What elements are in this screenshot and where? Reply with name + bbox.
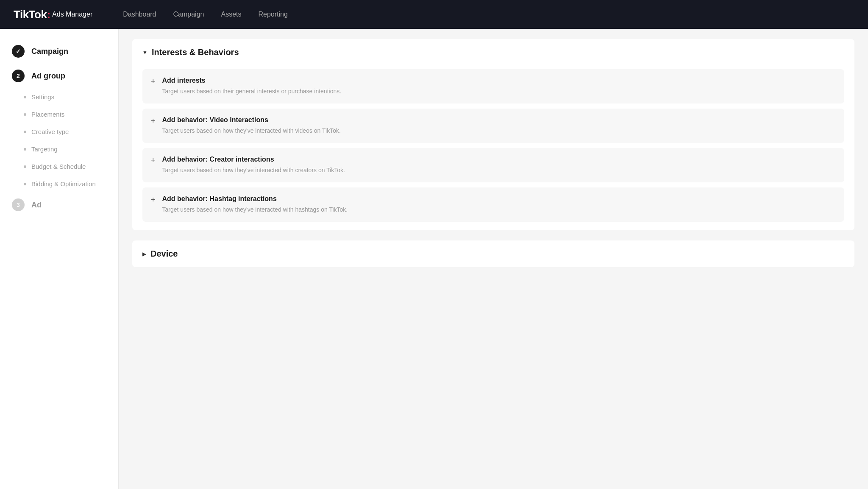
add-interests-title: Add interests bbox=[162, 77, 836, 84]
budget-schedule-label: Budget & Schedule bbox=[31, 163, 86, 170]
logo-tiktok-text: TikTok bbox=[14, 8, 47, 21]
add-behavior-video-plus-icon: + bbox=[151, 117, 156, 125]
interests-behaviors-section: ▼ Interests & Behaviors + Add interests … bbox=[132, 39, 854, 230]
budget-schedule-bullet bbox=[24, 165, 26, 168]
add-behavior-hashtag-plus-icon: + bbox=[151, 196, 156, 204]
campaign-step-number: ✓ bbox=[16, 48, 21, 55]
interests-behaviors-title: Interests & Behaviors bbox=[152, 48, 239, 57]
adgroup-step-number: 2 bbox=[17, 73, 20, 79]
add-behavior-hashtag-card[interactable]: + Add behavior: Hashtag interactions Tar… bbox=[142, 187, 844, 222]
add-interests-desc: Target users based on their general inte… bbox=[162, 87, 836, 96]
campaign-step-label: Campaign bbox=[31, 47, 68, 56]
add-behavior-creator-text: Add behavior: Creator interactions Targe… bbox=[162, 156, 836, 175]
top-navigation: TikTok : Ads Manager Dashboard Campaign … bbox=[0, 0, 868, 29]
logo: TikTok : Ads Manager bbox=[14, 8, 92, 21]
add-behavior-video-desc: Target users based on how they've intera… bbox=[162, 126, 836, 135]
add-behavior-video-card[interactable]: + Add behavior: Video interactions Targe… bbox=[142, 109, 844, 143]
device-section: ▶ Device bbox=[132, 240, 854, 267]
creative-type-bullet bbox=[24, 131, 26, 133]
ad-step-number: 3 bbox=[17, 201, 20, 208]
nav-links: Dashboard Campaign Assets Reporting bbox=[123, 9, 288, 20]
logo-ads-text: Ads Manager bbox=[52, 11, 92, 18]
nav-assets[interactable]: Assets bbox=[221, 9, 241, 20]
add-behavior-video-text: Add behavior: Video interactions Target … bbox=[162, 116, 836, 135]
targeting-bullet bbox=[24, 148, 26, 151]
add-behavior-hashtag-title: Add behavior: Hashtag interactions bbox=[162, 195, 836, 203]
logo-dot: : bbox=[47, 8, 50, 21]
ad-step-label: Ad bbox=[31, 201, 42, 210]
creative-type-label: Creative type bbox=[31, 128, 69, 135]
bidding-optimization-label: Bidding & Optimization bbox=[31, 180, 96, 187]
ad-step-badge: 3 bbox=[12, 198, 25, 211]
device-section-title: Device bbox=[150, 249, 178, 259]
nav-reporting[interactable]: Reporting bbox=[258, 9, 287, 20]
sidebar-sub-budget-schedule[interactable]: Budget & Schedule bbox=[0, 158, 118, 175]
settings-bullet bbox=[24, 96, 26, 98]
nav-dashboard[interactable]: Dashboard bbox=[123, 9, 156, 20]
adgroup-step-badge: 2 bbox=[12, 70, 25, 82]
sidebar-sub-creative-type[interactable]: Creative type bbox=[0, 123, 118, 140]
main-content: ▼ Interests & Behaviors + Add interests … bbox=[119, 29, 868, 489]
device-chevron-right-icon: ▶ bbox=[142, 251, 146, 257]
add-behavior-creator-desc: Target users based on how they've intera… bbox=[162, 166, 836, 175]
campaign-step-badge: ✓ bbox=[12, 45, 25, 58]
add-behavior-video-title: Add behavior: Video interactions bbox=[162, 116, 836, 124]
sidebar-sub-targeting[interactable]: Targeting bbox=[0, 140, 118, 158]
add-behavior-creator-title: Add behavior: Creator interactions bbox=[162, 156, 836, 163]
interests-chevron-down-icon: ▼ bbox=[142, 50, 147, 56]
add-interests-plus-icon: + bbox=[151, 78, 156, 85]
sidebar-sub-placements[interactable]: Placements bbox=[0, 106, 118, 123]
adgroup-step-label: Ad group bbox=[31, 72, 65, 81]
sidebar-sub-settings[interactable]: Settings bbox=[0, 88, 118, 106]
sidebar-item-ad[interactable]: 3 Ad bbox=[0, 193, 118, 217]
add-interests-card[interactable]: + Add interests Target users based on th… bbox=[142, 69, 844, 103]
bidding-optimization-bullet bbox=[24, 183, 26, 185]
sidebar-item-adgroup[interactable]: 2 Ad group bbox=[0, 64, 118, 88]
add-interests-text: Add interests Target users based on thei… bbox=[162, 77, 836, 96]
sidebar: ✓ Campaign 2 Ad group Settings Placement… bbox=[0, 29, 119, 489]
device-section-header[interactable]: ▶ Device bbox=[132, 240, 854, 267]
add-behavior-creator-card[interactable]: + Add behavior: Creator interactions Tar… bbox=[142, 148, 844, 182]
nav-campaign[interactable]: Campaign bbox=[173, 9, 204, 20]
add-behavior-hashtag-desc: Target users based on how they've intera… bbox=[162, 205, 836, 214]
interests-behaviors-header[interactable]: ▼ Interests & Behaviors bbox=[132, 39, 854, 66]
main-layout: ✓ Campaign 2 Ad group Settings Placement… bbox=[0, 29, 868, 489]
sidebar-item-campaign[interactable]: ✓ Campaign bbox=[0, 39, 118, 64]
add-behavior-creator-plus-icon: + bbox=[151, 156, 156, 164]
sidebar-sub-bidding-optimization[interactable]: Bidding & Optimization bbox=[0, 175, 118, 193]
settings-label: Settings bbox=[31, 93, 54, 101]
targeting-label: Targeting bbox=[31, 145, 58, 153]
placements-label: Placements bbox=[31, 111, 64, 118]
placements-bullet bbox=[24, 113, 26, 116]
add-behavior-hashtag-text: Add behavior: Hashtag interactions Targe… bbox=[162, 195, 836, 214]
interests-behaviors-content: + Add interests Target users based on th… bbox=[132, 66, 854, 230]
